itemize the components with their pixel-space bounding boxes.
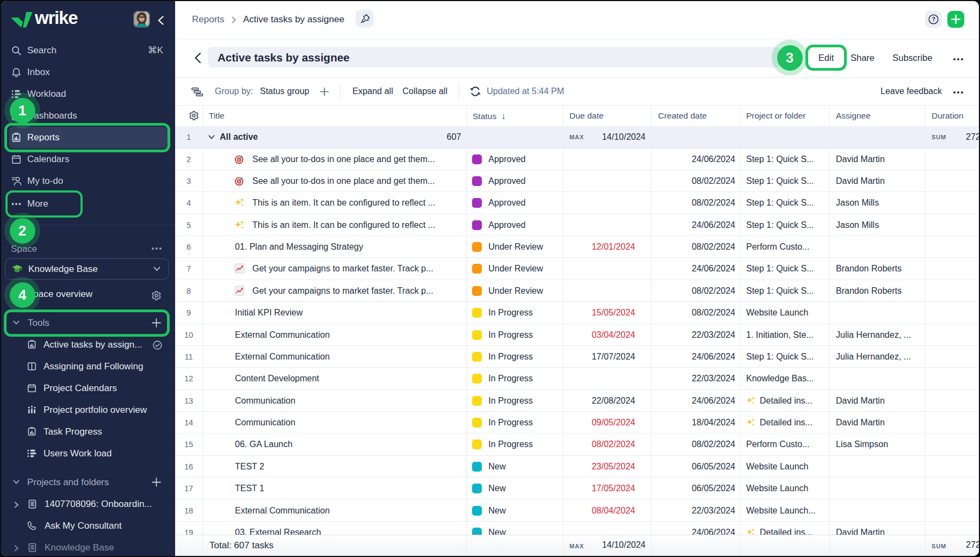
svg-text:?: ?: [932, 16, 935, 22]
